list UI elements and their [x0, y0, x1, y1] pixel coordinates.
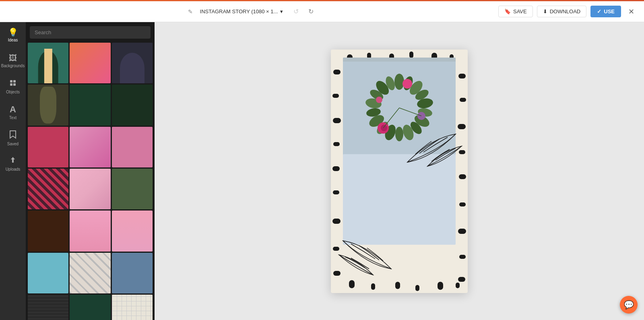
svg-point-5: [394, 74, 404, 90]
leaf-top-right: [399, 130, 464, 170]
gallery-item[interactable]: [112, 127, 153, 167]
uploads-icon: [9, 156, 17, 165]
gallery-item[interactable]: [112, 43, 153, 83]
gallery-item[interactable]: [28, 211, 68, 251]
svg-point-27: [376, 97, 382, 103]
template-name-label: INSTAGRAM STORY (1080 × 1...: [200, 8, 278, 14]
gallery-item[interactable]: [70, 127, 110, 167]
gallery-item[interactable]: [112, 295, 153, 320]
check-icon: ✓: [597, 8, 601, 14]
sidebar-saved-label: Saved: [7, 142, 19, 146]
chat-button[interactable]: 💬: [620, 296, 638, 314]
canvas-area: [155, 22, 644, 320]
gallery-item[interactable]: [70, 169, 110, 209]
bookmark-icon: 🔖: [504, 8, 511, 14]
sidebar-item-uploads[interactable]: Uploads: [0, 151, 26, 177]
gallery-item[interactable]: [28, 253, 68, 293]
sidebar-uploads-label: Uploads: [6, 167, 21, 171]
svg-rect-1: [13, 80, 16, 83]
topbar-right: 🔖 SAVE ⬇ DOWNLOAD ✓ USE ✕: [498, 6, 638, 18]
gallery-item[interactable]: [28, 85, 68, 125]
backgrounds-icon: 🖼: [9, 54, 17, 62]
gallery-item[interactable]: [70, 211, 110, 251]
gallery: [26, 43, 155, 320]
gallery-item[interactable]: [70, 295, 110, 320]
sidebar-item-text[interactable]: A Text: [0, 99, 26, 125]
svg-point-24: [381, 125, 387, 131]
gallery-item[interactable]: [28, 43, 68, 83]
gallery-item[interactable]: [112, 253, 153, 293]
template-name-button[interactable]: INSTAGRAM STORY (1080 × 1... ▾: [196, 6, 287, 17]
topbar: ✎ INSTAGRAM STORY (1080 × 1... ▾ ↺ ↻ 🔖 S…: [0, 1, 644, 22]
gallery-item[interactable]: [70, 43, 110, 83]
use-button[interactable]: ✓ USE: [590, 6, 621, 17]
gallery-grid: [28, 43, 153, 320]
redo-button[interactable]: ↻: [305, 5, 317, 18]
download-button[interactable]: ⬇ DOWNLOAD: [537, 6, 587, 17]
gallery-item[interactable]: [112, 211, 153, 251]
search-input[interactable]: [30, 26, 151, 39]
sidebar-backgrounds-label: Backgrounds: [1, 64, 25, 68]
download-label: DOWNLOAD: [550, 8, 581, 14]
pencil-icon: ✎: [188, 8, 193, 15]
sidebar-icons: 💡 Ideas 🖼 Backgrounds Objects A Text Sav…: [0, 22, 26, 320]
story-canvas[interactable]: [331, 50, 468, 293]
ideas-icon: 💡: [8, 28, 18, 36]
use-label: USE: [604, 8, 615, 14]
download-icon: ⬇: [543, 8, 547, 14]
sidebar-item-objects[interactable]: Objects: [0, 74, 26, 99]
svg-rect-3: [13, 83, 16, 86]
sidebar-ideas-label: Ideas: [8, 38, 18, 42]
sidebar-text-label: Text: [9, 116, 17, 120]
chat-icon: 💬: [624, 300, 634, 310]
leaf-bottom-left: [335, 237, 399, 281]
gallery-item[interactable]: [28, 169, 68, 209]
gallery-item[interactable]: [70, 253, 110, 293]
chevron-down-icon: ▾: [280, 8, 283, 14]
redo-icon: ↻: [308, 8, 314, 15]
text-icon: A: [10, 105, 16, 114]
search-bar: [26, 22, 155, 43]
objects-icon: [9, 79, 17, 88]
main-layout: 💡 Ideas 🖼 Backgrounds Objects A Text Sav…: [0, 22, 644, 320]
svg-rect-0: [10, 80, 12, 83]
gallery-item[interactable]: [112, 169, 153, 209]
saved-icon: [9, 130, 17, 140]
gallery-item[interactable]: [28, 127, 68, 167]
gallery-item[interactable]: [28, 295, 68, 320]
close-button[interactable]: ✕: [625, 6, 638, 18]
sidebar-item-backgrounds[interactable]: 🖼 Backgrounds: [0, 48, 26, 74]
svg-point-25: [402, 79, 412, 89]
undo-icon: ↺: [293, 8, 299, 15]
close-icon: ✕: [628, 8, 634, 16]
sidebar-item-ideas[interactable]: 💡 Ideas: [0, 22, 26, 48]
svg-rect-2: [10, 83, 12, 86]
sidebar-item-saved[interactable]: Saved: [0, 125, 26, 151]
undo-button[interactable]: ↺: [290, 5, 302, 18]
left-panel: [26, 22, 155, 320]
gallery-item[interactable]: [112, 85, 153, 125]
save-button[interactable]: 🔖 SAVE: [498, 6, 533, 17]
gallery-item[interactable]: [70, 85, 110, 125]
topbar-center: ✎ INSTAGRAM STORY (1080 × 1... ▾ ↺ ↻: [188, 5, 317, 18]
save-label: SAVE: [513, 8, 527, 14]
sidebar-objects-label: Objects: [6, 90, 20, 94]
